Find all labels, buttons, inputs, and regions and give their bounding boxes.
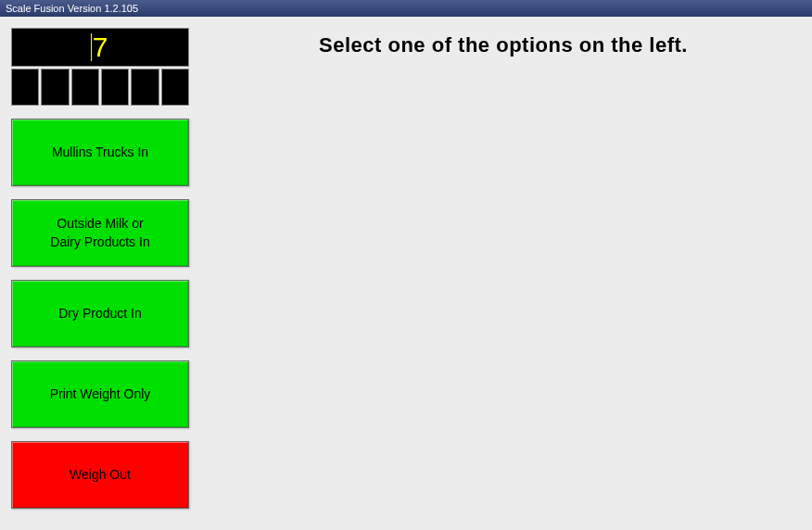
- window-title: Scale Fusion Version 1.2.105: [6, 3, 138, 14]
- instruction-text: Select one of the options on the left.: [195, 33, 812, 57]
- weigh-out-button[interactable]: Weigh Out: [11, 441, 189, 509]
- content-area: 7 Mullins Trucks In Outside Milk or Dair…: [0, 17, 812, 530]
- right-panel: Select one of the options on the left.: [195, 17, 812, 530]
- segment-cell: [131, 69, 159, 106]
- segment-cell: [71, 69, 99, 106]
- segment-row: [11, 69, 189, 106]
- mullins-trucks-in-button[interactable]: Mullins Trucks In: [11, 119, 189, 186]
- button-label: Outside Milk or Dairy Products In: [50, 215, 149, 251]
- segment-cell: [101, 69, 129, 106]
- segment-cell: [11, 69, 39, 106]
- outside-milk-dairy-button[interactable]: Outside Milk or Dairy Products In: [11, 199, 189, 267]
- segment-cell: [41, 69, 69, 106]
- segment-cell: [161, 69, 189, 106]
- weight-display-value: 7: [93, 32, 108, 63]
- left-panel: 7 Mullins Trucks In Outside Milk or Dair…: [0, 17, 195, 530]
- button-label: Dry Product In: [58, 305, 141, 323]
- dry-product-in-button[interactable]: Dry Product In: [11, 280, 189, 347]
- button-label: Weigh Out: [70, 466, 131, 485]
- weight-display: 7: [11, 28, 189, 67]
- button-label: Mullins Trucks In: [52, 144, 148, 162]
- window-title-bar: Scale Fusion Version 1.2.105: [0, 0, 812, 17]
- button-label: Print Weight Only: [50, 385, 151, 404]
- print-weight-only-button[interactable]: Print Weight Only: [11, 360, 189, 428]
